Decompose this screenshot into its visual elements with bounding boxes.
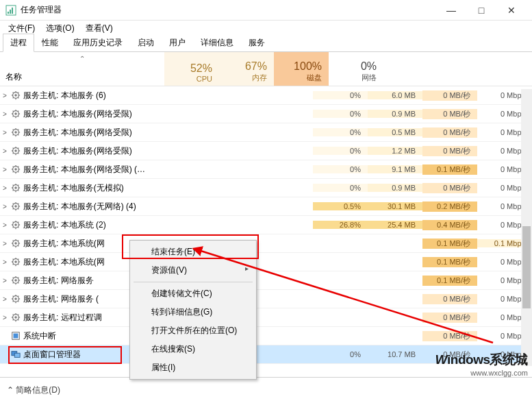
column-headers: ⌃ 名称 52% CPU 67% 内存 100% 磁盘 0% 网络	[0, 52, 532, 86]
svg-line-131	[18, 319, 18, 320]
sort-indicator-icon: ⌃	[79, 55, 85, 62]
expand-icon[interactable]: >	[0, 258, 10, 266]
svg-line-91	[18, 245, 18, 246]
col-cpu[interactable]: 52% CPU	[164, 52, 219, 86]
expand-icon[interactable]: >	[0, 221, 10, 229]
process-name: 服务主机: 本地服务 (6)	[22, 90, 313, 101]
process-icon	[10, 127, 22, 137]
svg-line-102	[13, 264, 14, 265]
process-row[interactable]: >服务主机: 本地服务 (6)0%6.0 MB0 MB/秒0 Mbps	[0, 86, 532, 105]
expand-icon[interactable]: >	[0, 166, 10, 173]
footer: 简略信息(D)	[0, 377, 532, 403]
svg-line-130	[13, 315, 14, 315]
expand-icon[interactable]: >	[0, 314, 10, 321]
svg-line-92	[13, 245, 14, 246]
maximize-button[interactable]: □	[466, 0, 496, 21]
process-row[interactable]: >服务主机: 网络服务0.1 MB/秒0 Mbps	[0, 271, 532, 290]
svg-line-10	[13, 93, 14, 93]
svg-rect-135	[14, 334, 18, 339]
cpu-cell: 0.5%	[313, 202, 368, 210]
process-row[interactable]: >服务主机: 本地服务(无网络) (4)0.5%30.1 MB0.2 MB/秒0…	[0, 197, 532, 216]
ctx-properties[interactable]: 属性(I)	[132, 358, 254, 377]
process-row[interactable]: >服务主机: 远程过程调0 MB/秒0 Mbps	[0, 308, 532, 327]
svg-line-83	[18, 222, 18, 223]
svg-line-72	[13, 208, 14, 209]
svg-line-90	[13, 241, 14, 241]
disk-cell: 0.1 MB/秒	[422, 239, 477, 249]
expand-icon[interactable]: >	[0, 240, 10, 247]
titlebar: 任务管理器 — □ ✕	[0, 0, 532, 21]
process-row[interactable]: >服务主机: 本地系统 (2)26.8%25.4 MB0.4 MB/秒0 Mbp…	[0, 216, 532, 234]
mem-cell: 9.1 MB	[368, 165, 422, 173]
expand-icon[interactable]: >	[0, 184, 10, 192]
svg-line-70	[13, 204, 14, 204]
expand-icon[interactable]: >	[0, 110, 10, 118]
process-name: 服务主机: 本地服务(网络受限) (…	[22, 164, 313, 175]
tab-services[interactable]: 服务	[241, 34, 273, 52]
expand-icon[interactable]: >	[0, 92, 10, 99]
ctx-end-task[interactable]: 结束任务(E)	[132, 243, 254, 261]
process-icon	[10, 202, 22, 211]
tab-performance[interactable]: 性能	[34, 34, 66, 52]
fewer-details-button[interactable]: 简略信息(D)	[7, 384, 60, 396]
expand-icon[interactable]: >	[0, 129, 10, 136]
ctx-go-details[interactable]: 转到详细信息(G)	[132, 303, 254, 321]
expand-icon[interactable]: >	[0, 277, 10, 284]
process-row[interactable]: >服务主机: 本地系统(网0.1 MB/秒0 Mbps	[0, 253, 532, 271]
ctx-resource-values[interactable]: 资源值(V)	[132, 261, 254, 280]
svg-line-41	[18, 153, 18, 154]
col-disk[interactable]: 100% 磁盘	[274, 52, 329, 86]
svg-line-63	[18, 185, 18, 186]
svg-point-75	[14, 223, 17, 226]
disk-cell: 0.1 MB/秒	[422, 276, 477, 286]
process-name: 服务主机: 本地服务(无网络) (4)	[22, 201, 313, 212]
process-row[interactable]: 系统中断0 MB/秒0 Mbps	[0, 327, 532, 345]
mem-cell: 10.7 MB	[368, 350, 422, 358]
ctx-search-online[interactable]: 在线搜索(S)	[132, 340, 254, 358]
svg-line-20	[13, 111, 14, 112]
tab-app-history[interactable]: 应用历史记录	[66, 34, 130, 52]
expand-icon[interactable]: >	[0, 203, 10, 210]
svg-line-13	[18, 93, 18, 93]
svg-line-12	[13, 97, 14, 98]
tab-processes[interactable]: 进程	[3, 34, 34, 52]
process-name: 服务主机: 本地服务(网络受限)	[22, 108, 313, 120]
disk-cell: 0 MB/秒	[422, 331, 477, 341]
scrollbar-thumb[interactable]	[522, 226, 531, 308]
svg-point-125	[14, 316, 17, 319]
process-icon	[10, 109, 22, 119]
scrollbar[interactable]	[521, 89, 532, 366]
cpu-cell: 0%	[313, 165, 368, 173]
process-row[interactable]: >服务主机: 本地服务(网络受限)0%0.9 MB0 MB/秒0 Mbps	[0, 105, 532, 123]
svg-line-23	[18, 111, 18, 112]
col-network[interactable]: 0% 网络	[329, 52, 383, 86]
process-icon	[10, 313, 22, 322]
svg-line-120	[13, 296, 14, 297]
process-row[interactable]: >服务主机: 本地服务(网络受限)0%1.2 MB0 MB/秒0 Mbps	[0, 142, 532, 160]
disk-cell: 0 MB/秒	[422, 146, 477, 156]
process-icon	[10, 183, 22, 193]
close-button[interactable]: ✕	[496, 0, 527, 21]
cpu-cell: 0%	[313, 128, 368, 136]
tab-users[interactable]: 用户	[162, 34, 193, 52]
svg-line-71	[18, 208, 18, 209]
process-row[interactable]: >服务主机: 本地服务(网络受限) (…0%9.1 MB0.1 MB/秒0 Mb…	[0, 160, 532, 179]
process-row[interactable]: >服务主机: 本地服务(无模拟)0%0.9 MB0 MB/秒0 Mbps	[0, 179, 532, 197]
ctx-create-dump[interactable]: 创建转储文件(C)	[132, 284, 254, 303]
tab-startup[interactable]: 启动	[130, 34, 162, 52]
svg-line-52	[13, 171, 14, 172]
expand-icon[interactable]: >	[0, 147, 10, 155]
process-row[interactable]: >服务主机: 网络服务 (0 MB/秒0 Mbps	[0, 290, 532, 308]
expand-icon[interactable]: >	[0, 295, 10, 303]
svg-line-62	[13, 190, 14, 191]
process-row[interactable]: >服务主机: 本地系统(网0.1 MB/秒0.1 Mbps	[0, 234, 532, 253]
minimize-button[interactable]: —	[436, 0, 466, 21]
ctx-open-location[interactable]: 打开文件所在的位置(O)	[132, 321, 254, 340]
svg-rect-137	[14, 353, 20, 357]
col-memory[interactable]: 67% 内存	[219, 52, 274, 86]
svg-line-60	[13, 185, 14, 186]
svg-line-21	[18, 116, 18, 117]
tab-details[interactable]: 详细信息	[193, 34, 241, 52]
col-name[interactable]: ⌃ 名称	[0, 52, 164, 86]
process-row[interactable]: >服务主机: 本地服务(网络受限)0%0.5 MB0 MB/秒0 Mbps	[0, 123, 532, 142]
